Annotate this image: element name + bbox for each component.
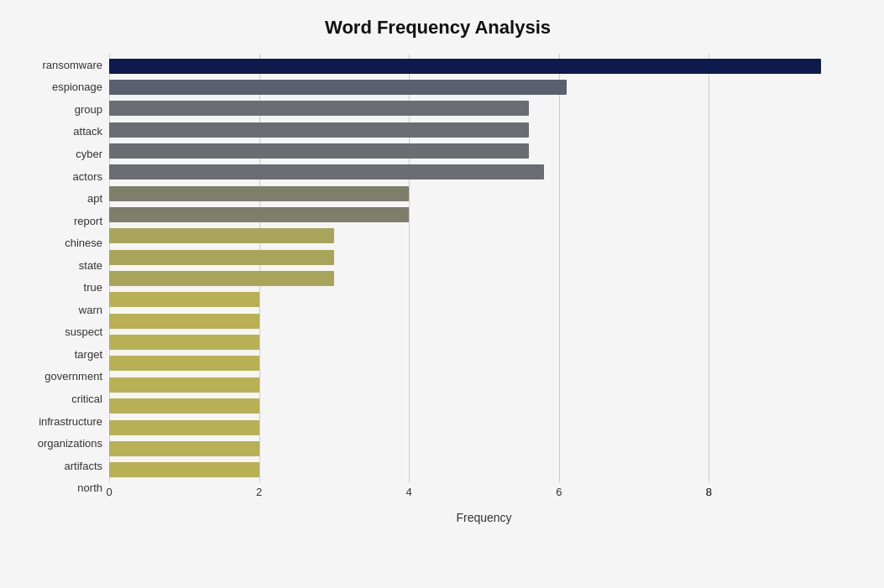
chart-container: Word Frequency Analysis ransomwareespion… [0,0,884,588]
bar [109,59,821,74]
y-label: chinese [65,234,102,252]
bar [109,441,259,456]
bar [109,228,334,243]
y-label: north [77,479,102,497]
bar-row [109,185,859,202]
y-label: actors [73,167,102,185]
y-label: warn [79,300,102,319]
x-tick: 2 [256,486,262,498]
x-axis-container: 024688 [109,482,859,507]
y-label: cyber [76,144,102,163]
bar-row [109,419,859,436]
bar [109,314,259,329]
y-label: state [79,256,102,274]
bar [109,250,334,265]
bar-row [109,334,859,351]
bar-row [109,461,859,478]
bar [109,420,259,435]
bar-row [109,206,859,223]
bars-and-x: 024688 Frequency [109,54,859,524]
bar-row [109,398,859,414]
bar [109,101,529,116]
x-tick: 0 [106,486,112,498]
bar-row [109,249,859,266]
bar-row [109,313,859,330]
bar [109,356,259,371]
bar-row [109,122,859,138]
y-axis: ransomwareespionagegroupattackcyberactor… [17,54,109,524]
bar-row [109,58,859,75]
y-label: report [74,211,102,230]
y-label: attack [73,122,102,141]
y-label: apt [87,190,102,208]
y-label: organizations [38,434,102,453]
chart-title: Word Frequency Analysis [17,17,859,39]
bar [109,80,567,95]
y-label: suspect [65,323,102,341]
bar [109,207,409,222]
bar [109,398,259,414]
bar [109,335,259,350]
y-label: government [44,367,102,386]
bars-area [109,54,859,482]
bar [109,122,529,138]
bar-row [109,143,859,159]
y-label: group [75,100,102,118]
y-label: ransomware [42,55,102,74]
bar-row [109,100,859,117]
y-label: critical [71,389,102,408]
bar-row [109,164,859,180]
bar [109,164,544,180]
bar-row [109,79,859,96]
bar [109,292,259,307]
x-tick: 6 [556,486,562,498]
bar-row [109,270,859,287]
bar [109,462,259,477]
bar-row [109,291,859,308]
x-tick: 4 [406,486,412,498]
y-label: espionage [52,78,102,96]
bar [109,186,409,201]
bar [109,271,334,286]
bar-row [109,227,859,244]
y-label: true [84,278,102,297]
x-axis-label: Frequency [109,511,859,524]
bar [109,143,529,159]
bar-row [109,355,859,372]
bars-wrapper [109,54,859,482]
bar [109,377,259,393]
bar-row [109,440,859,457]
x-tick: 8 [706,486,712,498]
chart-area: ransomwareespionagegroupattackcyberactor… [17,54,859,524]
y-label: target [75,345,102,363]
y-label: artifacts [64,456,102,475]
bar-row [109,377,859,393]
y-label: infrastructure [39,412,102,430]
x-axis: 024688 [109,482,859,507]
